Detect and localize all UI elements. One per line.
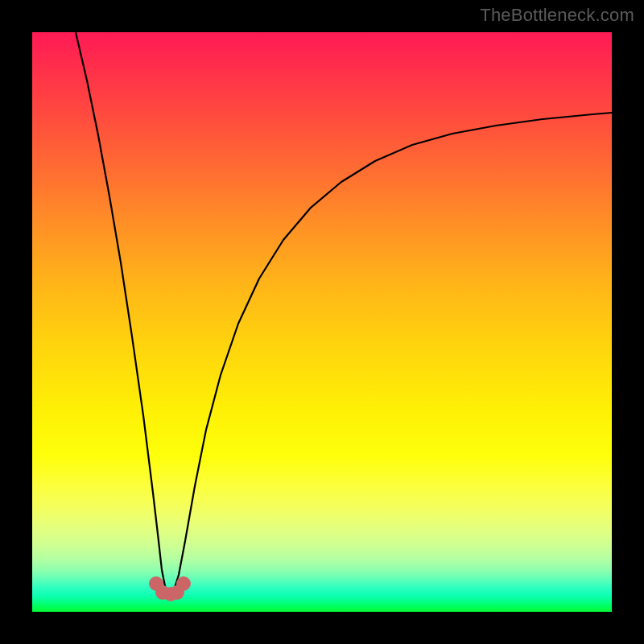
watermark-text: TheBottleneck.com xyxy=(480,5,634,26)
plot-area xyxy=(32,32,612,612)
chart-frame: TheBottleneck.com xyxy=(0,0,644,644)
heat-gradient-background xyxy=(32,32,612,612)
